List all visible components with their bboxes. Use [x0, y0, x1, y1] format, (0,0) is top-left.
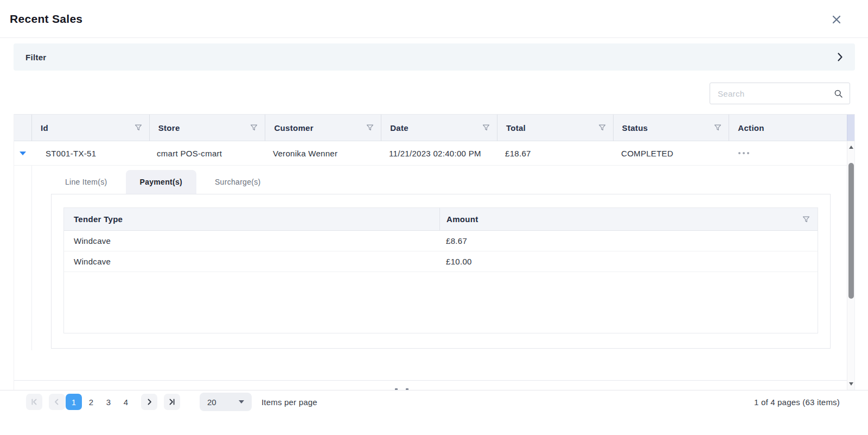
expand-arrow-icon	[20, 152, 26, 155]
cell-amount: £10.00	[439, 257, 818, 266]
hierarchy-header-cell	[14, 115, 31, 141]
column-header-date[interactable]: Date	[381, 115, 497, 141]
filter-icon[interactable]	[598, 124, 606, 131]
search-box	[710, 83, 850, 104]
page-number-4[interactable]: 4	[118, 394, 134, 410]
prev-page-icon	[53, 398, 61, 406]
cell-customer: Veronika Wenner	[265, 149, 381, 158]
payment-row[interactable]: Windcave £8.67	[64, 231, 818, 251]
column-header-store[interactable]: Store	[149, 115, 265, 141]
filter-panel-label: Filter	[25, 53, 46, 62]
cell-action	[730, 152, 848, 154]
next-page-icon	[145, 398, 154, 406]
cell-store: cmart POS-cmart	[149, 149, 265, 158]
payments-grid: Tender Type Amount Windcave £8.67 W	[63, 207, 818, 333]
pager-summary: 1 of 4 pages (63 items)	[754, 398, 840, 407]
dropdown-caret-icon	[239, 400, 244, 404]
detail-tabstrip: Line Item(s) Payment(s) Surcharge(s) Ten…	[51, 170, 831, 349]
detail-gutter-divider	[31, 166, 32, 350]
page-number-1[interactable]: 1	[66, 394, 82, 410]
row-expander[interactable]	[14, 152, 31, 155]
detail-row: Line Item(s) Payment(s) Surcharge(s) Ten…	[14, 166, 854, 381]
column-header-action: Action	[729, 115, 847, 141]
cell-amount: £8.67	[439, 236, 818, 245]
column-header-total[interactable]: Total	[497, 115, 613, 141]
scrollbar-down-icon[interactable]	[849, 382, 853, 386]
tab-payments[interactable]: Payment(s)	[126, 170, 196, 194]
vertical-scrollbar[interactable]	[847, 141, 854, 390]
cell-id: ST001-TX-51	[31, 149, 149, 158]
cell-date: 11/21/2023 02:40:00 PM	[381, 149, 497, 158]
scrollbar-up-icon[interactable]	[849, 146, 853, 149]
cell-total: £18.67	[497, 149, 614, 158]
detail-tabs: Line Item(s) Payment(s) Surcharge(s)	[51, 170, 831, 194]
first-page-button[interactable]	[26, 394, 42, 410]
scrollbar-header-spacer	[847, 115, 854, 141]
table-row[interactable]: ST001-TX-51 cmart POS-cmart Veronika Wen…	[14, 141, 854, 166]
column-header-customer[interactable]: Customer	[265, 115, 381, 141]
filter-icon[interactable]	[482, 124, 490, 131]
payments-grid-header: Tender Type Amount	[64, 208, 818, 231]
prev-page-button[interactable]	[49, 394, 65, 410]
first-page-icon	[30, 398, 39, 406]
modal-header: Recent Sales	[0, 0, 868, 38]
filter-icon[interactable]	[135, 124, 142, 131]
cell-tender-type: Windcave	[64, 236, 439, 245]
page-number-2[interactable]: 2	[83, 394, 99, 410]
items-per-page-label: Items per page	[261, 398, 317, 407]
search-input[interactable]	[710, 83, 834, 104]
filter-icon[interactable]	[366, 124, 374, 131]
last-page-button[interactable]	[164, 394, 180, 410]
recent-sales-grid: Id Store Customer Date Total	[14, 114, 855, 390]
column-header-id[interactable]: Id	[31, 115, 149, 141]
cell-tender-type: Windcave	[64, 257, 439, 266]
clipped-next-row	[14, 381, 847, 390]
tab-surcharges[interactable]: Surcharge(s)	[201, 170, 275, 194]
next-page-button[interactable]	[141, 394, 157, 410]
payments-tab-content: Tender Type Amount Windcave £8.67 W	[51, 194, 831, 349]
filter-panel-toggle[interactable]: Filter	[14, 43, 855, 71]
scrollbar-thumb[interactable]	[848, 163, 854, 299]
last-page-icon	[168, 398, 176, 406]
close-button[interactable]	[831, 14, 842, 25]
tab-line-items[interactable]: Line Item(s)	[51, 170, 122, 194]
cell-status: COMPLETED	[614, 149, 730, 158]
column-header-status[interactable]: Status	[613, 115, 729, 141]
page-number-3[interactable]: 3	[100, 394, 117, 410]
filter-icon[interactable]	[714, 124, 722, 131]
filter-icon[interactable]	[250, 124, 258, 131]
column-header-tender-type[interactable]: Tender Type	[64, 215, 439, 224]
grid-header-row: Id Store Customer Date Total	[14, 114, 854, 141]
pager: 1 2 3 4 20 Items per page 1 of 4 pages (…	[0, 390, 868, 413]
close-icon	[831, 14, 842, 25]
column-header-amount[interactable]: Amount	[439, 208, 818, 230]
chevron-right-icon	[837, 52, 843, 62]
filter-icon[interactable]	[802, 216, 810, 223]
page-size-select[interactable]: 20	[200, 393, 252, 411]
payment-row[interactable]: Windcave £10.00	[64, 251, 818, 272]
more-options-icon[interactable]	[730, 152, 848, 154]
search-icon[interactable]	[834, 89, 843, 98]
page-title: Recent Sales	[10, 12, 82, 26]
page-size-value: 20	[207, 398, 216, 407]
